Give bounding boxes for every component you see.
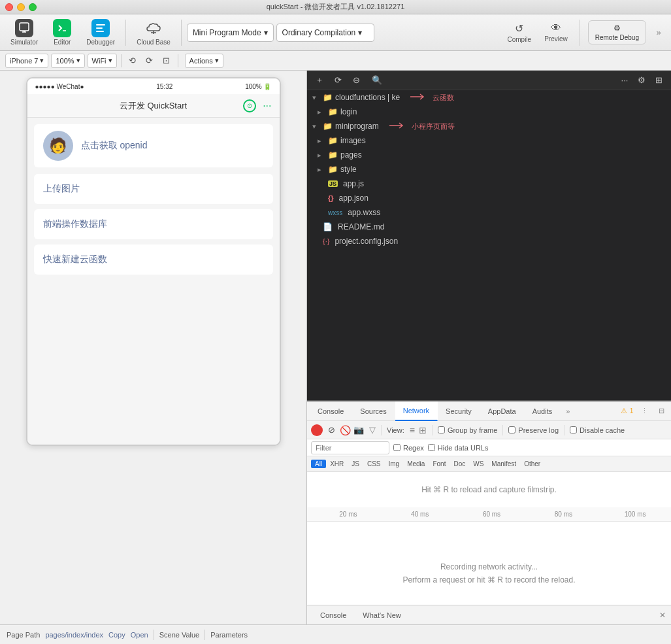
file-tree-item-cloudfunctions[interactable]: ▾ 📁 cloudfunctions | ke 云函数 [307,90,671,105]
filter-ws[interactable]: WS [469,460,487,468]
file-tree-item-app-json[interactable]: {} app.json [307,191,671,205]
regex-checkbox[interactable]: Regex [393,444,424,452]
preview-button[interactable]: 👁 Preview [540,20,572,45]
minimize-button[interactable] [17,3,25,11]
devtools-dock-icon[interactable]: ⊟ [654,404,668,418]
hide-data-urls-checkbox[interactable]: Hide data URLs [428,444,489,452]
config-file-icon: {·} [323,237,329,245]
stop-button[interactable]: ⊘ [325,424,337,436]
regex-label: Regex [403,444,424,452]
preserve-log-input[interactable] [508,426,516,433]
editor-button[interactable]: Editor [46,16,78,48]
tab-network[interactable]: Network [395,401,438,421]
file-tree-item-style[interactable]: ▸ 📁 style [307,162,671,177]
preserve-log-checkbox[interactable]: Preserve log [508,426,559,434]
file-tree-item-miniprogram[interactable]: ▾ 📁 miniprogram 小程序页面等 [307,119,671,133]
compile-icon: ↺ [515,22,523,35]
console-close-button[interactable]: ✕ [659,611,666,620]
file-tree-item-project-config[interactable]: {·} project.config.json [307,234,671,248]
file-tree-item-app-wxss[interactable]: wxss app.wxss [307,205,671,220]
tab-whats-new[interactable]: What's New [355,605,409,625]
phone-user-link[interactable]: 点击获取 openid [81,140,148,152]
file-tree-item-images[interactable]: ▸ 📁 images [307,133,671,148]
close-button[interactable] [5,3,13,11]
phone-nav-home[interactable]: ⊙ [243,99,256,112]
folder-expand-icon-login: ▸ [318,108,325,116]
file-tree-item-pages[interactable]: ▸ 📁 pages [307,148,671,162]
rotate-left-button[interactable]: ⟲ [125,54,140,68]
more-tools-button[interactable]: » [651,25,666,40]
file-collapse-button[interactable]: ⊖ [349,73,363,88]
file-search-button[interactable]: 🔍 [370,73,384,88]
filter-toggle-button[interactable]: ▽ [369,425,376,435]
devtools-tab-more[interactable]: » [561,407,575,415]
cloud-base-icon [144,19,163,37]
clear-button[interactable]: 🚫 [340,425,351,435]
regex-input[interactable] [393,444,401,451]
devtools-more-icon[interactable]: ⋮ [637,404,651,418]
file-tree-item-app-js[interactable]: JS app.js [307,177,671,191]
remote-debug-button[interactable]: ⚙ Remote Debug [588,20,646,44]
list-view-icon[interactable]: ≡ [410,425,415,435]
disable-cache-input[interactable] [570,426,577,433]
group-by-frame-input[interactable] [438,426,445,433]
copy-link[interactable]: Copy [108,631,125,639]
cloud-base-button[interactable]: Cloud Base [131,16,176,48]
tab-console-bottom[interactable]: Console [312,605,355,625]
simulator-button[interactable]: Simulator [5,16,43,48]
tree-view-icon[interactable]: ⊞ [419,425,427,435]
compile-button[interactable]: ↺ Compile [503,20,535,46]
scale-selector[interactable]: 100% ▾ [51,54,84,68]
file-tree-item-login[interactable]: ▸ 📁 login [307,105,671,119]
file-panel-button[interactable]: ⊞ [651,73,666,88]
hide-data-urls-label: Hide data URLs [438,444,489,452]
debugger-button[interactable]: Debugger [81,16,120,48]
group-by-frame-checkbox[interactable]: Group by frame [438,426,497,434]
filter-doc[interactable]: Doc [450,460,469,468]
filter-other[interactable]: Other [520,460,544,468]
phone-user-row[interactable]: 🧑 点击获取 openid [34,124,273,167]
filter-manifest[interactable]: Manifest [487,460,520,468]
rotate-right-button[interactable]: ⟳ [142,54,157,68]
open-link[interactable]: Open [131,631,148,639]
phone-content: 🧑 点击获取 openid 上传图片 前端操作数据库 快速新建云函数 [27,118,280,445]
phone-nav-dots[interactable]: ··· [263,100,271,112]
phone-nav-title: 云开发 QuickStart [120,100,187,112]
tab-audits[interactable]: Audits [525,401,561,421]
tab-security[interactable]: Security [438,401,480,421]
style-label: style [340,165,357,174]
fit-button[interactable]: ⊡ [159,54,174,68]
actions-dropdown[interactable]: Actions ▾ [185,54,223,68]
record-button[interactable] [311,424,323,436]
filter-input[interactable] [311,441,389,454]
filter-media[interactable]: Media [403,460,429,468]
filter-xhr[interactable]: XHR [326,460,348,468]
file-more-button[interactable]: ··· [617,73,632,88]
network-selector[interactable]: WiFi ▾ [88,54,117,68]
filter-js[interactable]: JS [348,460,363,468]
filter-img[interactable]: Img [384,460,403,468]
filter-type-tabs: All XHR JS CSS Img Media Font Doc WS Man… [311,460,544,468]
device-selector[interactable]: iPhone 7 ▾ [5,54,48,68]
file-new-button[interactable]: + [312,73,327,88]
secondary-toolbar: iPhone 7 ▾ 100% ▾ WiFi ▾ ⟲ ⟳ ⊡ Actions ▾ [0,51,671,71]
file-refresh-button[interactable]: ⟳ [331,73,345,88]
capture-screenshot-button[interactable]: 📷 [353,425,364,435]
phone-card-upload[interactable]: 上传图片 [34,174,273,204]
filter-all[interactable]: All [311,460,326,468]
file-tree-item-readme[interactable]: 📄 README.md [307,220,671,234]
disable-cache-checkbox[interactable]: Disable cache [570,426,625,434]
hide-data-urls-input[interactable] [428,444,435,451]
mini-program-mode-dropdown[interactable]: Mini Program Mode ▾ [187,24,274,42]
phone-card-func[interactable]: 快速新建云函数 [34,245,273,275]
ordinary-compilation-dropdown[interactable]: Ordinary Compilation ▾ [276,24,374,42]
filter-css[interactable]: CSS [363,460,385,468]
tab-console[interactable]: Console [310,401,352,421]
tab-sources[interactable]: Sources [352,401,395,421]
maximize-button[interactable] [29,3,37,11]
filter-font[interactable]: Font [429,460,450,468]
file-settings-button[interactable]: ⚙ [634,73,649,88]
phone-card-db[interactable]: 前端操作数据库 [34,209,273,239]
simulator-label: Simulator [10,39,38,46]
tab-appdata[interactable]: AppData [480,401,525,421]
